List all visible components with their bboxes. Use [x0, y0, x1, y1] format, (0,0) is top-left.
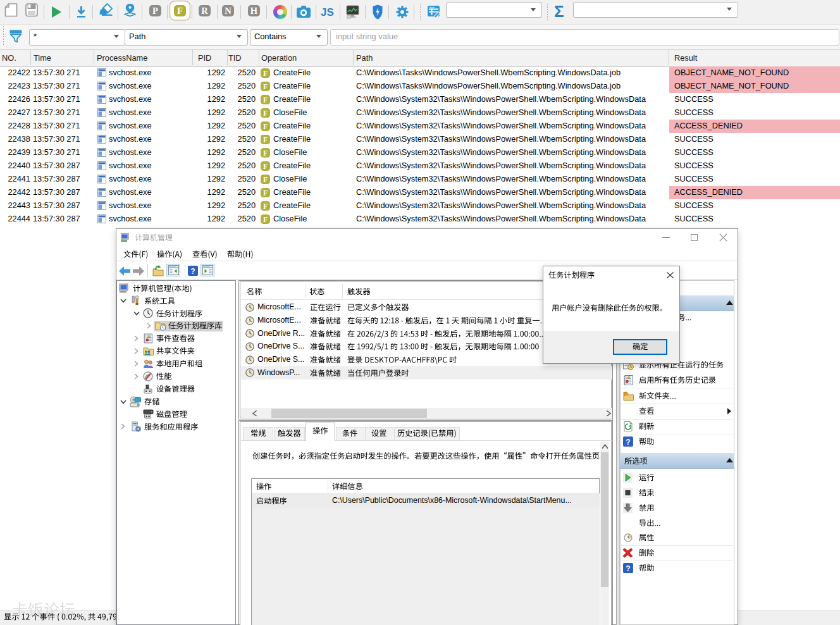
svg-text:F: F — [263, 69, 268, 77]
svg-text:F: F — [177, 6, 183, 16]
svg-text:?: ? — [626, 564, 630, 573]
svg-text:F: F — [263, 215, 268, 223]
svg-text:P: P — [152, 6, 158, 16]
svg-text:F: F — [263, 109, 268, 116]
svg-text:F: F — [263, 135, 268, 143]
svg-text:F: F — [263, 149, 268, 156]
svg-text:?: ? — [190, 267, 195, 276]
svg-text:F: F — [263, 162, 268, 170]
svg-text:N: N — [225, 6, 232, 16]
svg-text:F: F — [263, 189, 268, 196]
svg-text:F: F — [263, 122, 268, 130]
svg-text:?: ? — [626, 438, 630, 447]
svg-text:F: F — [263, 96, 268, 103]
svg-text:R: R — [201, 6, 208, 16]
svg-text:F: F — [263, 202, 268, 209]
svg-text:F: F — [263, 82, 268, 90]
svg-text:F: F — [263, 175, 268, 183]
svg-text:H: H — [250, 6, 258, 16]
